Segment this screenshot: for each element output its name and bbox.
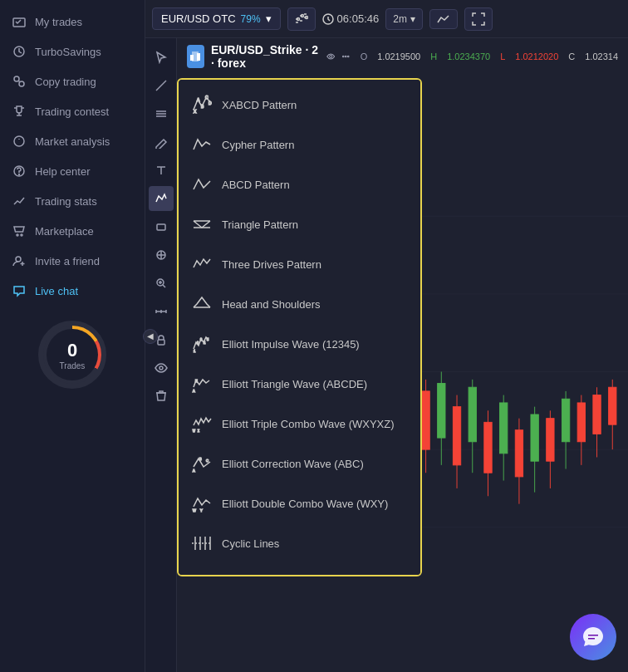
chart-area: EUR/USD_Strike · 2 · forex O 1.0219500 H… <box>145 38 628 672</box>
zoom-tool[interactable] <box>149 271 174 296</box>
svg-point-26 <box>329 56 331 58</box>
sidebar-item-turbo-savings[interactable]: TurboSavings <box>0 37 145 66</box>
svg-line-14 <box>156 81 166 91</box>
svg-rect-68 <box>453 407 460 465</box>
sidebar-item-invite-friend[interactable]: Invite a friend <box>0 246 145 276</box>
dropdown-item-elliott-wxy-label: Elliott Double Combo Wave (WXY) <box>222 498 388 510</box>
svg-text:C: C <box>206 459 209 463</box>
trades-circle-inner: 0 Trades <box>47 329 98 380</box>
svg-point-28 <box>346 56 346 56</box>
svg-rect-78 <box>593 395 601 434</box>
dropdown-item-xabcd[interactable]: X A B C D XABCD Pattern <box>179 85 420 125</box>
interval-selector[interactable]: 2m ▾ <box>385 8 423 30</box>
price-high: 1.0234370 <box>447 52 490 61</box>
sidebar-item-market-analysis[interactable]: Market analysis <box>0 126 145 156</box>
shapes-tool[interactable] <box>149 214 174 239</box>
dropdown-item-three-drives[interactable]: Three Drives Pattern <box>179 244 420 284</box>
pair-selector[interactable]: EUR/USD OTC 79% ▾ <box>152 7 281 30</box>
sidebar-item-my-trades[interactable]: My trades <box>0 7 145 37</box>
text-tool[interactable] <box>149 158 174 183</box>
cursor-tool[interactable] <box>149 45 174 70</box>
fullscreen-button[interactable] <box>464 7 493 31</box>
price-low-label: L <box>500 52 505 61</box>
dropdown-item-abcd-label: ABCD Pattern <box>222 179 290 191</box>
svg-rect-86 <box>500 403 508 454</box>
svg-line-21 <box>163 285 165 287</box>
dropdown-item-elliott-wxyxz-label: Elliott Triple Combo Wave (WXYXZ) <box>222 418 395 430</box>
dropdown-item-head-shoulders[interactable]: Head and Shoulders <box>179 284 420 324</box>
sidebar-item-help-center[interactable]: Help center <box>0 156 145 186</box>
pair-name: EUR/USD OTC <box>161 12 236 25</box>
sidebar-item-trading-contest[interactable]: Trading contest <box>0 96 145 126</box>
svg-point-7 <box>17 234 18 236</box>
svg-rect-72 <box>515 430 523 477</box>
svg-text:W: W <box>193 508 196 513</box>
svg-rect-84 <box>469 387 476 442</box>
draw-tool[interactable] <box>149 130 174 155</box>
dropdown-item-elliott-wxyxz[interactable]: W Z Elliott Triple Combo Wave (WXYXZ) <box>179 404 420 444</box>
dropdown-item-elliott-12345[interactable]: 1 2 3 4 5 Elliott Impulse Wave (12345) <box>179 324 420 364</box>
live-chat-icon <box>12 283 27 298</box>
sidebar-item-live-chat-label: Live chat <box>35 285 78 297</box>
sidebar-item-trading-stats[interactable]: Trading stats <box>0 186 145 216</box>
cypher-icon <box>190 133 213 156</box>
dropdown-item-elliott-wxy[interactable]: W Y Elliott Double Combo Wave (WXY) <box>179 483 420 523</box>
interval-value: 2m <box>393 13 407 25</box>
main-area: EUR/USD OTC 79% ▾ 06:05:46 2m ▾ <box>145 0 628 672</box>
price-open-label: O <box>361 52 368 61</box>
sidebar-item-help-center-label: Help center <box>35 165 90 178</box>
fullscreen-icon <box>472 12 485 26</box>
sidebar-item-copy-trading[interactable]: Copy trading <box>0 66 145 96</box>
sidebar-item-invite-friend-label: Invite a friend <box>35 255 100 267</box>
fib-tool[interactable] <box>149 243 174 267</box>
sidebar-item-turbo-savings-label: TurboSavings <box>35 46 101 58</box>
clock-icon <box>322 13 334 25</box>
svg-rect-88 <box>531 414 538 461</box>
chart-logo <box>187 45 204 68</box>
svg-point-25 <box>159 366 163 370</box>
svg-text:D: D <box>209 101 212 105</box>
dropdown-item-cypher[interactable]: Cypher Pattern <box>179 125 420 164</box>
chart-type-button[interactable] <box>429 9 458 29</box>
indicators-button[interactable] <box>287 7 316 31</box>
sidebar-item-live-chat[interactable]: Live chat <box>0 276 145 306</box>
dropdown-item-cyclic-lines[interactable]: Cyclic Lines <box>179 523 420 563</box>
line-tool[interactable] <box>149 73 174 98</box>
sidebar-item-trading-stats-label: Trading stats <box>35 195 97 208</box>
svg-text:W: W <box>193 429 195 433</box>
multi-line-tool[interactable] <box>149 101 174 126</box>
copy-trading-icon <box>12 74 27 89</box>
abcd-icon <box>190 173 213 196</box>
dropdown-item-elliott-abc-label: Elliott Correction Wave (ABC) <box>222 458 364 470</box>
trash-tool[interactable] <box>149 384 174 409</box>
live-chat-bubble[interactable] <box>570 614 616 660</box>
trading-contest-icon <box>12 104 27 119</box>
svg-text:A: A <box>193 389 195 393</box>
svg-point-27 <box>343 56 344 56</box>
elliott-abc-icon: A B C <box>190 452 213 475</box>
sidebar-item-marketplace[interactable]: Marketplace <box>0 216 145 246</box>
dropdown-item-abcd[interactable]: ABCD Pattern <box>179 164 420 204</box>
clock-time: 06:05:46 <box>337 12 380 25</box>
sidebar-collapse-button[interactable]: ◀ <box>143 329 158 344</box>
price-low: 1.0212020 <box>515 52 558 61</box>
dropdown-item-elliott-abcde[interactable]: A E Elliott Triangle Wave (ABCDE) <box>179 364 420 404</box>
market-analysis-icon <box>12 134 27 149</box>
dropdown-item-elliott-abc[interactable]: A B C Elliott Correction Wave (ABC) <box>179 444 420 483</box>
dropdown-item-three-drives-label: Three Drives Pattern <box>222 258 321 271</box>
clock-display: 06:05:46 <box>322 12 380 25</box>
dropdown-item-triangle[interactable]: Triangle Pattern <box>179 204 420 244</box>
chat-bubble-icon <box>581 625 605 649</box>
dropdown-item-time-cycles[interactable]: Time Cycles <box>179 563 420 576</box>
eye-tool[interactable] <box>149 356 174 380</box>
invite-friend-icon <box>12 253 27 268</box>
measure-tool[interactable] <box>149 299 174 324</box>
my-trades-icon <box>12 14 27 29</box>
trades-circle-container: 0 Trades <box>0 309 145 400</box>
pair-percent: 79% <box>241 13 261 25</box>
more-icon <box>341 51 350 62</box>
svg-rect-18 <box>157 224 165 230</box>
pattern-tool[interactable] <box>149 186 174 211</box>
dropdown-item-elliott-abcde-label: Elliott Triangle Wave (ABCDE) <box>222 378 367 390</box>
cyclic-lines-icon <box>190 532 213 555</box>
